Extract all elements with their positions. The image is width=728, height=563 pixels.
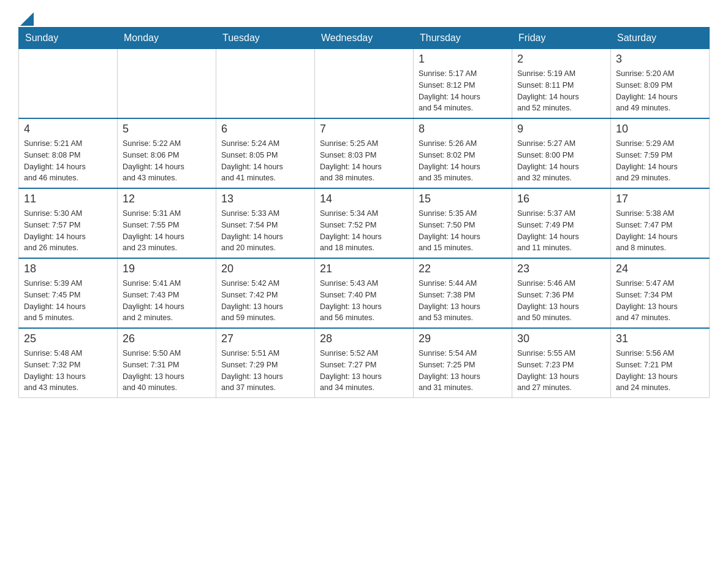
calendar-cell: 13Sunrise: 5:33 AM Sunset: 7:54 PM Dayli… — [216, 188, 315, 258]
day-number: 20 — [221, 262, 309, 275]
calendar-week-row: 25Sunrise: 5:48 AM Sunset: 7:32 PM Dayli… — [19, 328, 710, 398]
day-info: Sunrise: 5:43 AM Sunset: 7:40 PM Dayligh… — [320, 278, 408, 324]
calendar-week-row: 1Sunrise: 5:17 AM Sunset: 8:12 PM Daylig… — [19, 49, 710, 119]
day-info: Sunrise: 5:22 AM Sunset: 8:06 PM Dayligh… — [123, 138, 211, 184]
calendar-header-thursday: Thursday — [414, 28, 512, 49]
day-info: Sunrise: 5:17 AM Sunset: 8:12 PM Dayligh… — [419, 68, 507, 114]
day-info: Sunrise: 5:24 AM Sunset: 8:05 PM Dayligh… — [221, 138, 309, 184]
calendar-cell: 2Sunrise: 5:19 AM Sunset: 8:11 PM Daylig… — [512, 49, 611, 119]
calendar-cell: 24Sunrise: 5:47 AM Sunset: 7:34 PM Dayli… — [611, 258, 710, 328]
day-info: Sunrise: 5:34 AM Sunset: 7:52 PM Dayligh… — [320, 208, 408, 254]
day-number: 29 — [419, 332, 507, 345]
day-info: Sunrise: 5:31 AM Sunset: 7:55 PM Dayligh… — [123, 208, 211, 254]
day-info: Sunrise: 5:39 AM Sunset: 7:45 PM Dayligh… — [24, 278, 112, 324]
day-number: 11 — [24, 193, 112, 205]
day-number: 19 — [123, 262, 211, 275]
calendar-cell: 6Sunrise: 5:24 AM Sunset: 8:05 PM Daylig… — [216, 118, 315, 188]
calendar-cell: 7Sunrise: 5:25 AM Sunset: 8:03 PM Daylig… — [315, 118, 414, 188]
day-info: Sunrise: 5:42 AM Sunset: 7:42 PM Dayligh… — [221, 278, 309, 324]
day-info: Sunrise: 5:51 AM Sunset: 7:29 PM Dayligh… — [221, 348, 309, 394]
day-info: Sunrise: 5:20 AM Sunset: 8:09 PM Dayligh… — [616, 68, 704, 114]
calendar-cell: 27Sunrise: 5:51 AM Sunset: 7:29 PM Dayli… — [216, 328, 315, 398]
calendar-cell: 18Sunrise: 5:39 AM Sunset: 7:45 PM Dayli… — [19, 258, 118, 328]
day-info: Sunrise: 5:44 AM Sunset: 7:38 PM Dayligh… — [419, 278, 507, 324]
calendar-week-row: 11Sunrise: 5:30 AM Sunset: 7:57 PM Dayli… — [19, 188, 710, 258]
logo-triangle-icon — [20, 12, 34, 26]
day-number: 1 — [419, 53, 507, 66]
day-number: 23 — [517, 262, 605, 275]
day-info: Sunrise: 5:27 AM Sunset: 8:00 PM Dayligh… — [517, 138, 605, 184]
day-number: 18 — [24, 262, 112, 275]
calendar-header-friday: Friday — [512, 28, 611, 49]
day-info: Sunrise: 5:52 AM Sunset: 7:27 PM Dayligh… — [320, 348, 408, 394]
day-number: 4 — [24, 123, 112, 136]
day-number: 14 — [320, 193, 408, 205]
calendar-cell: 10Sunrise: 5:29 AM Sunset: 7:59 PM Dayli… — [611, 118, 710, 188]
calendar-cell — [315, 49, 414, 119]
calendar-cell: 26Sunrise: 5:50 AM Sunset: 7:31 PM Dayli… — [118, 328, 216, 398]
calendar-cell: 30Sunrise: 5:55 AM Sunset: 7:23 PM Dayli… — [512, 328, 611, 398]
calendar-cell: 25Sunrise: 5:48 AM Sunset: 7:32 PM Dayli… — [19, 328, 118, 398]
day-info: Sunrise: 5:26 AM Sunset: 8:02 PM Dayligh… — [419, 138, 507, 184]
day-info: Sunrise: 5:41 AM Sunset: 7:43 PM Dayligh… — [123, 278, 211, 324]
day-number: 15 — [419, 193, 507, 205]
calendar-cell — [216, 49, 315, 119]
calendar-cell: 29Sunrise: 5:54 AM Sunset: 7:25 PM Dayli… — [414, 328, 512, 398]
calendar-cell: 22Sunrise: 5:44 AM Sunset: 7:38 PM Dayli… — [414, 258, 512, 328]
calendar-table: SundayMondayTuesdayWednesdayThursdayFrid… — [18, 27, 710, 398]
day-info: Sunrise: 5:46 AM Sunset: 7:36 PM Dayligh… — [517, 278, 605, 324]
day-info: Sunrise: 5:25 AM Sunset: 8:03 PM Dayligh… — [320, 138, 408, 184]
day-info: Sunrise: 5:35 AM Sunset: 7:50 PM Dayligh… — [419, 208, 507, 254]
calendar-cell: 15Sunrise: 5:35 AM Sunset: 7:50 PM Dayli… — [414, 188, 512, 258]
calendar-cell: 20Sunrise: 5:42 AM Sunset: 7:42 PM Dayli… — [216, 258, 315, 328]
day-number: 16 — [517, 193, 605, 205]
day-number: 5 — [123, 123, 211, 136]
calendar-cell: 14Sunrise: 5:34 AM Sunset: 7:52 PM Dayli… — [315, 188, 414, 258]
calendar-cell: 5Sunrise: 5:22 AM Sunset: 8:06 PM Daylig… — [118, 118, 216, 188]
day-number: 6 — [221, 123, 309, 136]
calendar-cell — [118, 49, 216, 119]
day-number: 21 — [320, 262, 408, 275]
calendar-cell: 8Sunrise: 5:26 AM Sunset: 8:02 PM Daylig… — [414, 118, 512, 188]
day-number: 12 — [123, 193, 211, 205]
day-info: Sunrise: 5:47 AM Sunset: 7:34 PM Dayligh… — [616, 278, 704, 324]
calendar-cell: 28Sunrise: 5:52 AM Sunset: 7:27 PM Dayli… — [315, 328, 414, 398]
calendar-cell: 11Sunrise: 5:30 AM Sunset: 7:57 PM Dayli… — [19, 188, 118, 258]
day-info: Sunrise: 5:30 AM Sunset: 7:57 PM Dayligh… — [24, 208, 112, 254]
day-info: Sunrise: 5:50 AM Sunset: 7:31 PM Dayligh… — [123, 348, 211, 394]
calendar-cell: 4Sunrise: 5:21 AM Sunset: 8:08 PM Daylig… — [19, 118, 118, 188]
calendar-cell: 21Sunrise: 5:43 AM Sunset: 7:40 PM Dayli… — [315, 258, 414, 328]
day-number: 17 — [616, 193, 704, 205]
calendar-cell: 12Sunrise: 5:31 AM Sunset: 7:55 PM Dayli… — [118, 188, 216, 258]
day-info: Sunrise: 5:19 AM Sunset: 8:11 PM Dayligh… — [517, 68, 605, 114]
calendar-header-monday: Monday — [118, 28, 216, 49]
day-info: Sunrise: 5:33 AM Sunset: 7:54 PM Dayligh… — [221, 208, 309, 254]
calendar-header-sunday: Sunday — [19, 28, 118, 49]
day-info: Sunrise: 5:48 AM Sunset: 7:32 PM Dayligh… — [24, 348, 112, 394]
day-number: 27 — [221, 332, 309, 345]
day-info: Sunrise: 5:54 AM Sunset: 7:25 PM Dayligh… — [419, 348, 507, 394]
calendar-cell: 31Sunrise: 5:56 AM Sunset: 7:21 PM Dayli… — [611, 328, 710, 398]
day-number: 28 — [320, 332, 408, 345]
calendar-header-saturday: Saturday — [611, 28, 710, 49]
calendar-header-wednesday: Wednesday — [315, 28, 414, 49]
calendar-cell — [19, 49, 118, 119]
day-number: 24 — [616, 262, 704, 275]
day-number: 2 — [517, 53, 605, 66]
day-number: 25 — [24, 332, 112, 345]
calendar-cell: 16Sunrise: 5:37 AM Sunset: 7:49 PM Dayli… — [512, 188, 611, 258]
day-number: 10 — [616, 123, 704, 136]
day-number: 8 — [419, 123, 507, 136]
day-number: 30 — [517, 332, 605, 345]
calendar-cell: 17Sunrise: 5:38 AM Sunset: 7:47 PM Dayli… — [611, 188, 710, 258]
day-number: 9 — [517, 123, 605, 136]
day-info: Sunrise: 5:21 AM Sunset: 8:08 PM Dayligh… — [24, 138, 112, 184]
day-info: Sunrise: 5:55 AM Sunset: 7:23 PM Dayligh… — [517, 348, 605, 394]
day-number: 13 — [221, 193, 309, 205]
calendar-week-row: 18Sunrise: 5:39 AM Sunset: 7:45 PM Dayli… — [19, 258, 710, 328]
day-info: Sunrise: 5:29 AM Sunset: 7:59 PM Dayligh… — [616, 138, 704, 184]
calendar-header-row: SundayMondayTuesdayWednesdayThursdayFrid… — [19, 28, 710, 49]
day-number: 31 — [616, 332, 704, 345]
day-info: Sunrise: 5:37 AM Sunset: 7:49 PM Dayligh… — [517, 208, 605, 254]
day-info: Sunrise: 5:38 AM Sunset: 7:47 PM Dayligh… — [616, 208, 704, 254]
